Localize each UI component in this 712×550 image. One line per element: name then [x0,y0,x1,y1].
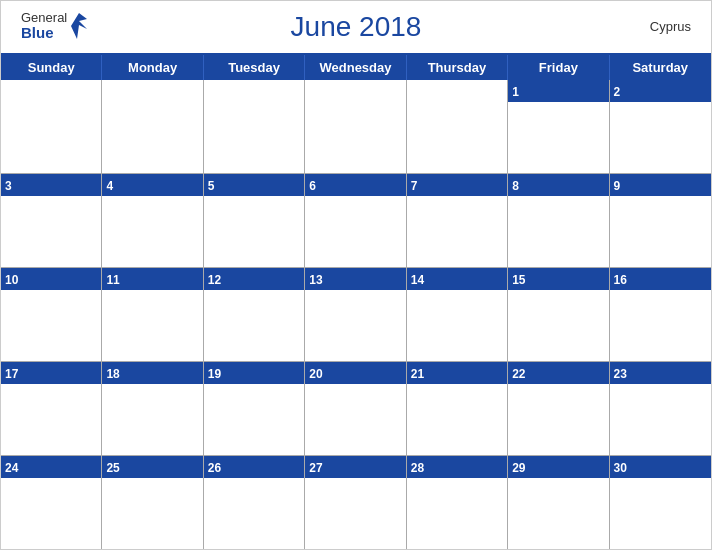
day-number: 6 [309,179,316,193]
day-cell: 19 [204,362,305,455]
day-number: 4 [106,179,113,193]
day-cell: 1 [508,80,609,173]
day-number: 18 [106,367,119,381]
day-number: 28 [411,461,424,475]
day-number: 16 [614,273,627,287]
day-cell [204,80,305,173]
day-number: 17 [5,367,18,381]
header-wednesday: Wednesday [305,55,406,80]
day-cell: 8 [508,174,609,267]
day-number: 21 [411,367,424,381]
day-cell: 24 [1,456,102,549]
day-number: 13 [309,273,322,287]
day-cell [305,80,406,173]
day-cell: 20 [305,362,406,455]
day-cell: 16 [610,268,711,361]
day-cell: 21 [407,362,508,455]
day-cell: 5 [204,174,305,267]
calendar-country: Cyprus [650,19,691,34]
logo: General Blue [21,11,89,42]
day-cell: 29 [508,456,609,549]
day-cell [102,80,203,173]
day-cell: 18 [102,362,203,455]
day-number: 8 [512,179,519,193]
day-number: 29 [512,461,525,475]
day-cell: 10 [1,268,102,361]
calendar: General Blue June 2018 Cyprus Sunday Mon… [0,0,712,550]
day-number: 1 [512,85,519,99]
header-saturday: Saturday [610,55,711,80]
day-cell: 14 [407,268,508,361]
day-cell: 27 [305,456,406,549]
day-cell: 26 [204,456,305,549]
day-cell: 13 [305,268,406,361]
header-thursday: Thursday [407,55,508,80]
calendar-header: General Blue June 2018 Cyprus [1,1,711,53]
day-headers-row: Sunday Monday Tuesday Wednesday Thursday… [1,55,711,80]
day-cell: 7 [407,174,508,267]
day-cell: 17 [1,362,102,455]
day-number: 5 [208,179,215,193]
week-row-2: 3456789 [1,174,711,268]
day-cell [407,80,508,173]
day-cell: 28 [407,456,508,549]
day-number: 25 [106,461,119,475]
day-number: 11 [106,273,119,287]
day-number: 3 [5,179,12,193]
day-number: 10 [5,273,18,287]
day-number: 23 [614,367,627,381]
day-cell [1,80,102,173]
logo-general-text: General [21,11,67,25]
day-number: 20 [309,367,322,381]
day-cell: 9 [610,174,711,267]
day-cell: 23 [610,362,711,455]
day-cell: 12 [204,268,305,361]
day-number: 27 [309,461,322,475]
day-number: 9 [614,179,621,193]
logo-blue-text: Blue [21,25,67,42]
day-number: 26 [208,461,221,475]
week-row-5: 24252627282930 [1,456,711,549]
svg-marker-0 [71,13,87,39]
day-number: 14 [411,273,424,287]
day-number: 22 [512,367,525,381]
calendar-grid: Sunday Monday Tuesday Wednesday Thursday… [1,53,711,549]
week-row-1: 12 [1,80,711,174]
day-number: 15 [512,273,525,287]
day-number: 30 [614,461,627,475]
day-cell: 11 [102,268,203,361]
week-row-3: 10111213141516 [1,268,711,362]
day-cell: 4 [102,174,203,267]
header-friday: Friday [508,55,609,80]
day-cell: 25 [102,456,203,549]
day-cell: 30 [610,456,711,549]
day-cell: 3 [1,174,102,267]
day-cell: 6 [305,174,406,267]
header-monday: Monday [102,55,203,80]
day-cell: 15 [508,268,609,361]
day-number: 2 [614,85,621,99]
header-sunday: Sunday [1,55,102,80]
calendar-weeks: 1234567891011121314151617181920212223242… [1,80,711,549]
header-tuesday: Tuesday [204,55,305,80]
day-number: 12 [208,273,221,287]
day-cell: 22 [508,362,609,455]
logo-bird-icon [69,11,89,41]
week-row-4: 17181920212223 [1,362,711,456]
day-number: 19 [208,367,221,381]
day-number: 7 [411,179,418,193]
day-number: 24 [5,461,18,475]
calendar-title: June 2018 [291,11,422,43]
day-cell: 2 [610,80,711,173]
